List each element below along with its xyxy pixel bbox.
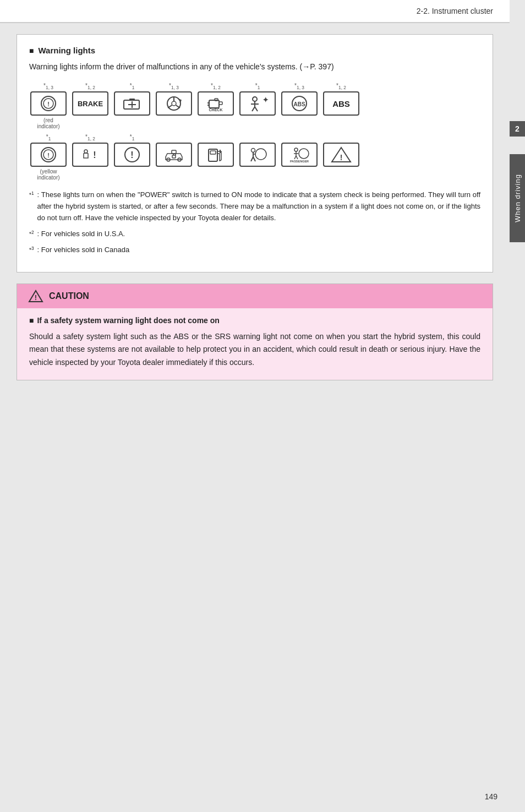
svg-line-49 — [294, 156, 296, 159]
svg-point-29 — [84, 150, 88, 153]
check-icon: CHECK — [198, 91, 234, 116]
svg-rect-36 — [172, 155, 176, 158]
svg-rect-12 — [209, 100, 219, 108]
icon-cell-exclaim-bang: *1 ! — [113, 134, 151, 168]
note-2-sup: *2 — [29, 229, 34, 240]
note-1-sup: *1 — [29, 190, 34, 224]
note-3-text: : For vehicles sold in Canada — [37, 244, 130, 256]
srs-red-sup: *1, 3 — [43, 83, 53, 90]
warning-icons-row2: *1 ! (yellowindicator) *1, 2 — [29, 134, 480, 181]
svg-text:ABS: ABS — [293, 101, 305, 107]
passenger-icon: PASSENGER — [281, 143, 318, 167]
icons-row-1: *1, 3 ! (redindicator) *1, 2 BRAKE — [29, 83, 480, 129]
caution-body: If a safety system warning light does no… — [17, 316, 493, 368]
caution-text: Should a safety system light such as the… — [29, 330, 480, 368]
svg-line-21 — [252, 107, 255, 111]
icon-cell-person-airbag — [238, 134, 277, 168]
icon-cell-check: *1, 2 CHECK — [196, 83, 235, 117]
svg-point-40 — [251, 149, 255, 152]
exclaim-bang-sup: *1 — [130, 134, 135, 141]
person-star-icon: ✦ — [239, 91, 276, 116]
note-2: *2 : For vehicles sold in U.S.A. — [29, 228, 480, 240]
abs-sup: *1, 2 — [336, 83, 346, 90]
brake-sup: *1, 2 — [85, 83, 95, 90]
note-3-sup: *3 — [29, 245, 34, 256]
svg-point-8 — [172, 101, 176, 106]
icon-cell-exclaim-circle: *1, 2 ! — [71, 134, 110, 168]
exclaim-circle-icon: ! — [72, 143, 108, 167]
svg-text:CHECK: CHECK — [209, 108, 223, 112]
svg-point-18 — [253, 97, 257, 101]
triangle-warn-icon: ! — [323, 143, 359, 167]
icon-cell-lock-car — [155, 134, 193, 168]
warning-description: Warning lights inform the driver of malf… — [29, 61, 480, 73]
svg-line-43 — [253, 157, 255, 161]
svg-text:PASSENGER: PASSENGER — [290, 160, 309, 163]
caution-box: ! CAUTION If a safety system warning lig… — [17, 284, 493, 380]
svg-line-50 — [296, 156, 298, 159]
srs-yellow-label: (yellowindicator) — [37, 168, 59, 181]
svg-text:!: ! — [35, 293, 37, 302]
svg-text:!: ! — [130, 150, 133, 160]
svg-text:!: ! — [93, 150, 96, 160]
abs-circle-sup: *1, 3 — [294, 83, 304, 90]
icon-cell-person-star: *1 ✦ — [238, 83, 277, 117]
person-airbag-icon — [239, 143, 276, 167]
battery-sup: *1 — [130, 83, 135, 90]
check-sup: *1, 2 — [211, 83, 221, 90]
note-3: *3 : For vehicles sold in Canada — [29, 244, 480, 256]
srs-yellow-sup: *1 — [46, 134, 51, 141]
warning-icons-row1: *1, 3 ! (redindicator) *1, 2 BRAKE — [29, 83, 480, 129]
icon-cell-steering: *1, 3 — [155, 83, 193, 117]
header-title: 2-2. Instrument cluster — [417, 7, 493, 15]
exclaim-circle-sup: *1, 2 — [85, 134, 95, 141]
svg-point-46 — [294, 148, 298, 151]
icon-cell-brake: *1, 2 BRAKE — [71, 83, 110, 117]
fuel-icon — [198, 143, 234, 167]
caution-triangle-icon: ! — [28, 290, 43, 303]
icon-cell-fuel — [196, 134, 235, 168]
note-2-text: : For vehicles sold in U.S.A. — [37, 228, 125, 240]
icon-cell-abs: *1, 2 ABS — [322, 83, 360, 117]
icon-cell-srs-yellow: *1 ! (yellowindicator) — [29, 134, 68, 181]
svg-point-44 — [255, 149, 266, 160]
abs-circle-icon: ABS — [281, 91, 318, 116]
icon-cell-srs-red: *1, 3 ! (redindicator) — [29, 83, 68, 129]
battery-icon — [114, 91, 150, 116]
warning-lights-box: Warning lights Warning lights inform the… — [17, 34, 493, 273]
icon-cell-passenger: PASSENGER — [280, 134, 319, 168]
icon-cell-battery: *1 — [113, 83, 151, 117]
caution-title: CAUTION — [49, 291, 89, 301]
svg-text:!: ! — [340, 153, 343, 162]
svg-line-22 — [255, 107, 258, 111]
main-content: Warning lights Warning lights inform the… — [0, 23, 510, 402]
page-number: 149 — [485, 792, 497, 801]
exclaim-bang-icon: ! — [114, 143, 150, 167]
svg-text:✦: ✦ — [262, 96, 269, 104]
warning-title: Warning lights — [29, 46, 480, 55]
svg-text:!: ! — [47, 101, 50, 107]
srs-red-label: (redindicator) — [37, 117, 59, 129]
brake-icon: BRAKE — [72, 91, 108, 116]
icons-row-2: *1 ! (yellowindicator) *1, 2 — [29, 134, 480, 181]
note-1-text: : These lights turn on when the "POWER" … — [37, 189, 480, 224]
chapter-number: 2 — [510, 121, 525, 137]
caution-subtitle: If a safety system warning light does no… — [29, 316, 480, 325]
abs-icon: ABS — [323, 91, 359, 116]
lock-car-icon — [156, 143, 192, 167]
icon-cell-abs-circle: *1, 3 ABS — [280, 83, 319, 117]
svg-rect-4 — [129, 99, 135, 101]
srs-red-icon: ! — [30, 91, 67, 116]
srs-yellow-icon: ! — [30, 143, 67, 167]
warning-notes: *1 : These lights turn on when the "POWE… — [29, 189, 480, 255]
svg-rect-33 — [172, 150, 176, 154]
svg-text:!: ! — [47, 152, 50, 159]
chapter-label: When driving — [510, 154, 525, 242]
icon-cell-triangle-warn: ! — [322, 134, 360, 168]
steering-sup: *1, 3 — [169, 83, 179, 90]
page-header: 2-2. Instrument cluster — [0, 0, 510, 23]
note-1: *1 : These lights turn on when the "POWE… — [29, 189, 480, 224]
caution-header: ! CAUTION — [17, 284, 493, 308]
svg-rect-38 — [210, 151, 216, 154]
svg-line-42 — [251, 157, 253, 161]
